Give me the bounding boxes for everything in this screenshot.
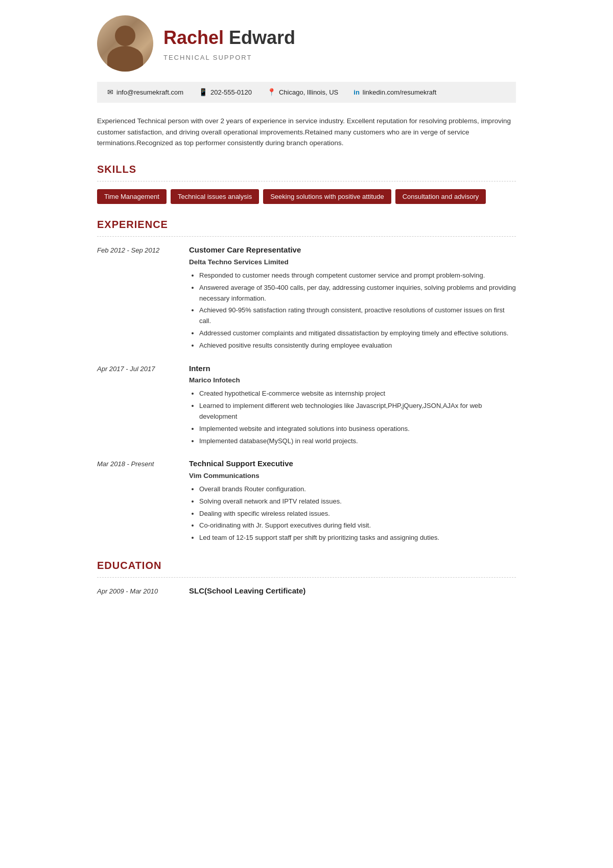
- contact-bar: ✉ info@resumekraft.com 📱 202-555-0120 📍 …: [97, 82, 516, 103]
- education-title: EDUCATION: [97, 558, 516, 573]
- skills-divider: [97, 181, 516, 181]
- exp-date-1: Apr 2017 - Jul 2017: [97, 363, 179, 448]
- exp-company-2: Vim Communications: [189, 471, 516, 481]
- email-text: info@resumekraft.com: [116, 87, 183, 98]
- linkedin-text: linkedin.com/resumekraft: [363, 87, 437, 98]
- experience-section: EXPERIENCE Feb 2012 - Sep 2012 Customer …: [97, 217, 516, 545]
- location-text: Chicago, Illinois, US: [279, 87, 338, 98]
- skills-section: SKILLS Time Management Technical issues …: [97, 162, 516, 204]
- exp-bullets-1: Created hypothetical E-commerce website …: [189, 389, 516, 446]
- exp-bullet-2-2: Dealing with specific wireless related i…: [199, 509, 516, 519]
- exp-bullet-1-3: Implemented database(MySQL) in real worl…: [199, 436, 516, 447]
- skill-tag-0: Time Management: [97, 189, 167, 204]
- resume-header: Rachel Edward TECHNICAL SUPPORT: [97, 15, 516, 72]
- exp-bullets-2: Overall brands Router configuration. Sol…: [189, 484, 516, 543]
- skill-tag-2: Seeking solutions with positive attitude: [263, 189, 391, 204]
- exp-content-0: Customer Care Representative Delta Techn…: [189, 244, 516, 352]
- exp-date-0: Feb 2012 - Sep 2012: [97, 244, 179, 352]
- exp-title-0: Customer Care Representative: [189, 244, 516, 256]
- name-section: Rachel Edward TECHNICAL SUPPORT: [163, 24, 295, 63]
- education-section: EDUCATION Apr 2009 - Mar 2010 SLC(School…: [97, 558, 516, 597]
- exp-company-0: Delta Techno Services Limited: [189, 257, 516, 267]
- exp-content-2: Technical Support Executive Vim Communic…: [189, 458, 516, 545]
- exp-bullet-0-2: Achieved 90-95% satisfaction rating thro…: [199, 305, 516, 327]
- exp-bullet-2-3: Co-oridinating with Jr. Support executiv…: [199, 520, 516, 531]
- location-contact: 📍 Chicago, Illinois, US: [267, 87, 338, 98]
- exp-bullet-0-4: Achieved positive results consistently d…: [199, 340, 516, 351]
- exp-bullets-0: Responded to customer needs through comp…: [189, 270, 516, 351]
- edu-date-0: Apr 2009 - Mar 2010: [97, 585, 179, 597]
- exp-bullet-0-3: Addressed customer complaints and mitiga…: [199, 328, 516, 339]
- skills-tags-container: Time Management Technical issues analysi…: [97, 189, 516, 204]
- education-divider: [97, 577, 516, 578]
- phone-icon: 📱: [199, 87, 207, 98]
- exp-bullet-1-0: Created hypothetical E-commerce website …: [199, 389, 516, 399]
- skills-title: SKILLS: [97, 162, 516, 177]
- job-title: TECHNICAL SUPPORT: [163, 53, 295, 63]
- exp-row-0: Feb 2012 - Sep 2012 Customer Care Repres…: [97, 244, 516, 352]
- experience-title: EXPERIENCE: [97, 217, 516, 232]
- phone-text: 202-555-0120: [210, 87, 252, 98]
- last-name: Edward: [224, 27, 295, 48]
- exp-company-1: Marico Infotech: [189, 375, 516, 385]
- exp-bullet-2-4: Led team of 12-15 support staff per shif…: [199, 533, 516, 543]
- summary-text: Experienced Technical person with over 2…: [97, 116, 516, 149]
- linkedin-icon: in: [353, 87, 360, 98]
- exp-bullet-2-1: Solving overall network and IPTV related…: [199, 496, 516, 507]
- first-name: Rachel: [163, 27, 224, 48]
- exp-content-1: Intern Marico Infotech Created hypotheti…: [189, 363, 516, 448]
- edu-row-0: Apr 2009 - Mar 2010 SLC(School Leaving C…: [97, 585, 516, 597]
- exp-row-2: Mar 2018 - Present Technical Support Exe…: [97, 458, 516, 545]
- email-icon: ✉: [107, 87, 113, 98]
- exp-date-2: Mar 2018 - Present: [97, 458, 179, 545]
- exp-title-1: Intern: [189, 363, 516, 375]
- email-contact: ✉ info@resumekraft.com: [107, 87, 183, 98]
- edu-content-0: SLC(School Leaving Certificate): [189, 585, 516, 597]
- exp-bullet-1-1: Learned to implement different web techn…: [199, 401, 516, 422]
- exp-bullet-0-1: Answered average of 350-400 calls, per d…: [199, 283, 516, 304]
- exp-row-1: Apr 2017 - Jul 2017 Intern Marico Infote…: [97, 363, 516, 448]
- edu-degree-0: SLC(School Leaving Certificate): [189, 585, 516, 597]
- linkedin-contact: in linkedin.com/resumekraft: [353, 87, 436, 98]
- experience-divider: [97, 236, 516, 237]
- full-name: Rachel Edward: [163, 24, 295, 52]
- exp-bullet-2-0: Overall brands Router configuration.: [199, 484, 516, 495]
- exp-title-2: Technical Support Executive: [189, 458, 516, 470]
- skill-tag-1: Technical issues analysis: [171, 189, 259, 204]
- exp-bullet-1-2: Implemented website and integrated solut…: [199, 424, 516, 435]
- exp-bullet-0-0: Responded to customer needs through comp…: [199, 270, 516, 281]
- avatar: [97, 15, 153, 72]
- location-icon: 📍: [267, 87, 276, 98]
- skill-tag-3: Consultation and advisory: [395, 189, 486, 204]
- summary-section: Experienced Technical person with over 2…: [97, 116, 516, 149]
- phone-contact: 📱 202-555-0120: [199, 87, 252, 98]
